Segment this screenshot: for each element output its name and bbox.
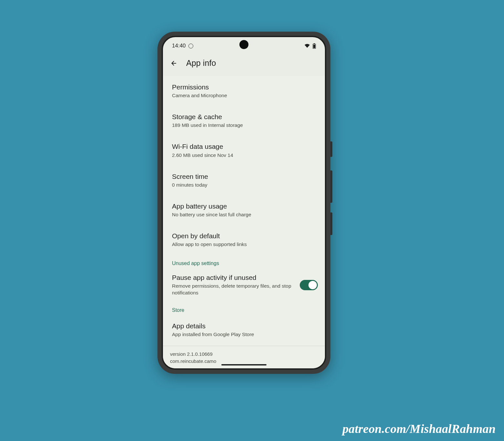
setting-subtitle: 0 minutes today	[172, 182, 316, 189]
back-arrow-icon[interactable]	[170, 59, 178, 67]
setting-subtitle: 189 MB used in Internal storage	[172, 122, 316, 129]
section-store: Store	[163, 302, 325, 315]
setting-title: Pause app activity if unused	[172, 273, 295, 282]
setting-screen-time[interactable]: Screen time 0 minutes today	[163, 166, 325, 195]
version-text: version 2.1.0.10669	[170, 351, 318, 358]
toggle-knob	[308, 281, 317, 289]
side-button	[330, 170, 332, 203]
setting-battery-usage[interactable]: App battery usage No battery use since l…	[163, 195, 325, 225]
setting-open-default[interactable]: Open by default Allow app to open suppor…	[163, 225, 325, 255]
screen: 14:40 App info Permissions Camera and	[162, 36, 326, 370]
setting-title: App details	[172, 322, 316, 330]
section-unused-apps: Unused app settings	[163, 255, 325, 268]
setting-subtitle: 2.60 MB used since Nov 14	[172, 152, 316, 159]
setting-wifi-data[interactable]: Wi-Fi data usage 2.60 MB used since Nov …	[163, 136, 325, 165]
app-bar: App info	[163, 51, 325, 76]
setting-pause-activity: Pause app activity if unused Remove perm…	[163, 268, 325, 302]
package-text: com.reincubate.camo	[170, 358, 318, 365]
settings-content: Permissions Camera and Microphone Storag…	[163, 76, 325, 368]
setting-title: Open by default	[172, 232, 316, 240]
battery-icon	[313, 43, 316, 49]
phone-frame: 14:40 App info Permissions Camera and	[157, 32, 330, 374]
side-button	[330, 141, 332, 157]
page-title: App info	[186, 58, 216, 68]
setting-subtitle: Allow app to open supported links	[172, 241, 316, 248]
setting-title: Screen time	[172, 172, 316, 181]
setting-app-details[interactable]: App details App installed from Google Pl…	[163, 315, 325, 344]
setting-subtitle: Camera and Microphone	[172, 92, 316, 99]
setting-subtitle: No battery use since last full charge	[172, 211, 316, 218]
svg-rect-2	[313, 45, 315, 48]
clock-icon	[188, 44, 193, 48]
setting-title: App battery usage	[172, 202, 316, 210]
setting-title: Permissions	[172, 83, 316, 91]
watermark: patreon.com/MishaalRahman	[342, 422, 496, 436]
setting-title: Storage & cache	[172, 113, 316, 121]
home-indicator[interactable]	[221, 364, 267, 365]
setting-permissions[interactable]: Permissions Camera and Microphone	[163, 76, 325, 106]
status-time: 14:40	[172, 43, 186, 49]
wifi-icon	[304, 44, 310, 48]
setting-title: Wi-Fi data usage	[172, 142, 316, 151]
camera-notch	[239, 40, 248, 49]
setting-subtitle: Remove permissions, delete temporary fil…	[172, 283, 295, 296]
side-button	[330, 212, 332, 235]
setting-subtitle: App installed from Google Play Store	[172, 331, 316, 338]
pause-activity-toggle[interactable]	[300, 280, 318, 290]
setting-storage-cache[interactable]: Storage & cache 189 MB used in Internal …	[163, 106, 325, 136]
